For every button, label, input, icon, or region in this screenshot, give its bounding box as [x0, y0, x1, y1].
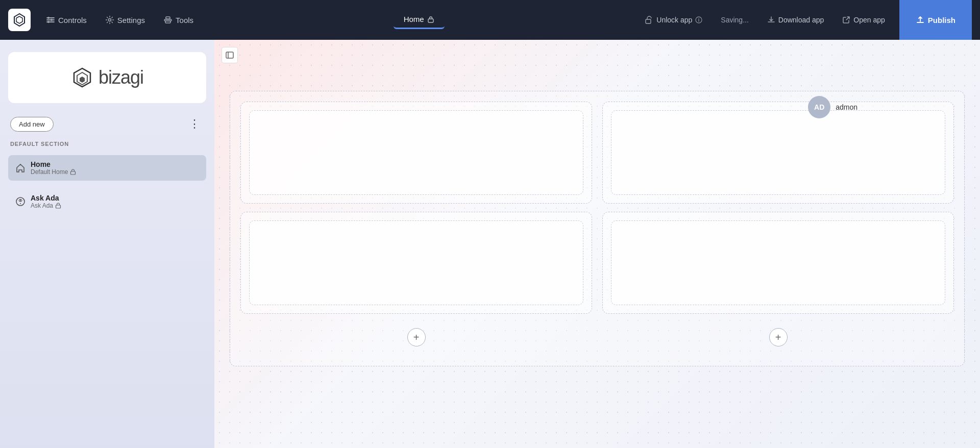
section-label: DEFAULT SECTION [8, 141, 206, 147]
canvas-outer-frame: + + [230, 91, 965, 366]
bizagi-logo: bizagi [71, 66, 143, 89]
controls-icon [46, 15, 55, 24]
unlock-app-button[interactable]: Unlock app [637, 12, 710, 28]
avatar: AD [808, 96, 830, 118]
sidebar-logo-area: bizagi [8, 52, 206, 103]
svg-point-12 [20, 203, 21, 204]
nav-item-ask-ada-title: Ask Ada [31, 194, 61, 202]
nav-item-home-subtitle: Default Home [31, 168, 76, 176]
svg-point-0 [47, 17, 50, 19]
canvas-card-4 [602, 212, 954, 314]
user-name: admon [836, 103, 857, 111]
canvas-card-4-inner [611, 220, 945, 305]
canvas-card-2 [602, 102, 954, 204]
download-app-button[interactable]: Download app [759, 12, 832, 28]
sidebar-controls: Add new ⋮ [8, 115, 206, 133]
publish-icon [916, 15, 925, 24]
svg-rect-10 [71, 171, 76, 175]
svg-point-2 [47, 21, 50, 23]
external-link-icon [842, 16, 850, 24]
home-icon [15, 163, 26, 173]
unlock-icon [645, 16, 653, 24]
svg-rect-8 [646, 19, 651, 23]
add-new-button[interactable]: Add new [10, 117, 54, 132]
svg-rect-13 [56, 205, 61, 208]
nav-item-ask-ada[interactable]: Ask Ada Ask Ada [8, 189, 206, 214]
tools-icon [163, 15, 173, 24]
nav-item-home-content: Home Default Home [31, 160, 76, 176]
canvas-left-column: + [240, 102, 592, 346]
nav-spacer: Home [205, 11, 633, 29]
lock-small-icon [70, 169, 76, 175]
collapse-icon [225, 51, 234, 60]
add-widget-left-button[interactable]: + [407, 328, 426, 346]
nav-item-home[interactable]: Home Default Home [8, 155, 206, 181]
svg-rect-14 [226, 52, 233, 58]
nav-item-ask-ada-subtitle: Ask Ada [31, 202, 61, 209]
publish-button[interactable]: Publish [899, 0, 972, 40]
svg-point-3 [108, 19, 111, 21]
canvas-card-3-inner [249, 220, 583, 305]
open-app-button[interactable]: Open app [834, 12, 893, 28]
collapse-sidebar-button[interactable] [222, 47, 238, 63]
controls-button[interactable]: Controls [39, 11, 94, 29]
canvas-grid: + + [240, 102, 954, 346]
saving-indicator: Saving... [713, 12, 756, 28]
canvas-card-1-inner [249, 110, 583, 195]
svg-rect-6 [165, 21, 170, 23]
canvas-card-2-inner [611, 110, 945, 195]
main-area: bizagi Add new ⋮ DEFAULT SECTION Home De… [0, 40, 980, 448]
svg-rect-7 [428, 19, 433, 22]
canvas-content: + + [230, 91, 965, 433]
more-options-button[interactable]: ⋮ [185, 115, 204, 133]
bizagi-logo-text: bizagi [99, 67, 143, 88]
svg-point-1 [51, 19, 53, 21]
download-icon [767, 16, 775, 24]
svg-rect-5 [166, 17, 170, 19]
ask-ada-icon [15, 196, 26, 207]
canvas-right-column: + [602, 102, 954, 346]
home-tab[interactable]: Home [394, 11, 445, 29]
info-icon [695, 16, 702, 23]
tools-button[interactable]: Tools [156, 11, 201, 29]
canvas-card-1 [240, 102, 592, 204]
settings-icon [105, 15, 114, 24]
nav-item-home-title: Home [31, 160, 76, 168]
canvas-card-3 [240, 212, 592, 314]
lock-icon [427, 16, 434, 23]
add-widget-right-button[interactable]: + [769, 328, 788, 346]
settings-button[interactable]: Settings [98, 11, 152, 29]
bizagi-logo-icon [71, 66, 93, 89]
topnav-right-actions: Unlock app Saving... Download app Open a… [637, 0, 972, 40]
canvas-area: AD admon + [214, 40, 980, 448]
top-navigation: Controls Settings Tools Home [0, 0, 980, 40]
user-area: AD admon [808, 96, 857, 118]
lock-small-icon-2 [55, 203, 61, 209]
app-logo [8, 9, 31, 31]
nav-item-ask-ada-content: Ask Ada Ask Ada [31, 194, 61, 209]
sidebar: bizagi Add new ⋮ DEFAULT SECTION Home De… [0, 40, 214, 448]
